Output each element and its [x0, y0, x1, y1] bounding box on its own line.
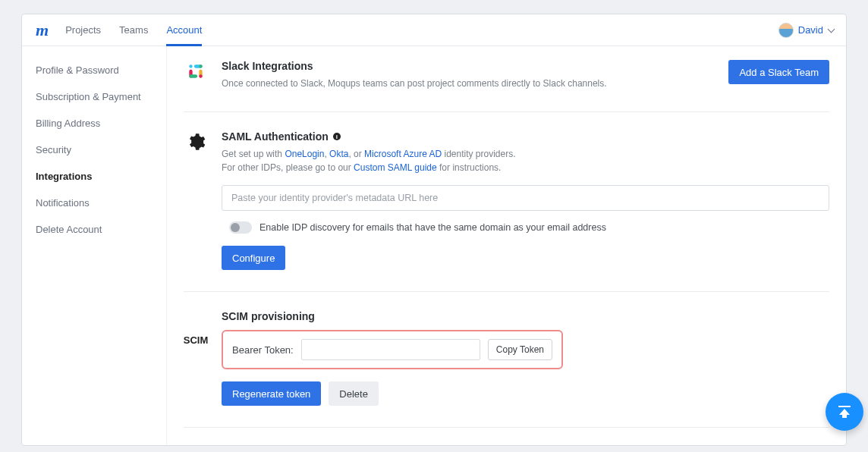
bearer-token-box: Bearer Token: Copy Token: [222, 330, 563, 369]
nav-tabs: Projects Teams Account: [65, 14, 202, 46]
help-fab[interactable]: [826, 393, 863, 431]
regenerate-token-button[interactable]: Regenerate token: [222, 381, 321, 406]
avatar: [778, 23, 794, 38]
section-saml: SAML Authentication Get set up with OneL…: [184, 130, 829, 292]
app-window: m Projects Teams Account David Profile &…: [21, 14, 847, 446]
sidebar-item-integrations[interactable]: Integrations: [22, 163, 166, 190]
sidebar-item-notifications[interactable]: Notifications: [22, 190, 166, 216]
info-icon[interactable]: [333, 133, 341, 140]
section-scim: SCIM SCIM provisioning Bearer Token: Cop…: [184, 310, 829, 428]
svg-point-6: [199, 74, 202, 77]
svg-point-5: [199, 64, 202, 67]
configure-button[interactable]: Configure: [222, 246, 285, 270]
content-area[interactable]: Slack Integrations Once connected to Sla…: [166, 46, 846, 445]
saml-desc-line1: Get set up with OneLogin, Okta, or Micro…: [222, 147, 829, 161]
slack-desc: Once connected to Slack, Moqups teams ca…: [222, 77, 719, 90]
bearer-token-label: Bearer Token:: [232, 344, 294, 356]
add-slack-team-button[interactable]: Add a Slack Team: [728, 60, 829, 84]
onelogin-link[interactable]: OneLogin: [285, 149, 324, 159]
azure-link[interactable]: Microsoft Azure AD: [364, 149, 442, 159]
app-logo[interactable]: m: [33, 20, 52, 40]
tab-teams[interactable]: Teams: [119, 14, 148, 46]
slack-title: Slack Integrations: [222, 60, 719, 72]
sidebar-item-delete-account[interactable]: Delete Account: [22, 216, 166, 243]
sidebar-item-subscription[interactable]: Subscription & Payment: [22, 83, 166, 110]
svg-rect-3: [189, 74, 197, 77]
idp-discovery-label: Enable IDP discovery for emails that hav…: [259, 222, 606, 233]
saml-desc-line2: For other IDPs, please go to our Custom …: [222, 161, 829, 174]
settings-sidebar: Profile & Password Subscription & Paymen…: [22, 46, 166, 445]
sidebar-item-profile[interactable]: Profile & Password: [22, 57, 166, 83]
tab-account[interactable]: Account: [166, 14, 202, 46]
svg-rect-7: [838, 406, 851, 407]
idp-discovery-toggle-row: Enable IDP discovery for emails that hav…: [222, 221, 829, 234]
scroll-top-icon: [835, 403, 854, 421]
copy-token-button[interactable]: Copy Token: [488, 339, 552, 360]
bearer-token-input[interactable]: [301, 339, 480, 360]
slack-icon: [184, 60, 208, 90]
user-menu[interactable]: David: [778, 23, 835, 38]
sidebar-item-security[interactable]: Security: [22, 137, 166, 163]
scim-title: SCIM provisioning: [222, 310, 829, 322]
scim-icon: SCIM: [184, 310, 208, 406]
topbar: m Projects Teams Account David: [22, 14, 846, 46]
custom-saml-guide-link[interactable]: Custom SAML guide: [354, 162, 437, 173]
delete-token-button[interactable]: Delete: [329, 381, 379, 406]
saml-title: SAML Authentication: [222, 130, 829, 143]
tab-projects[interactable]: Projects: [65, 14, 101, 46]
idp-discovery-toggle[interactable]: [229, 221, 252, 234]
section-slack: Slack Integrations Once connected to Sla…: [184, 60, 829, 112]
main-area: Profile & Password Subscription & Paymen…: [22, 46, 846, 445]
saml-metadata-url-input[interactable]: [222, 185, 829, 211]
svg-point-4: [189, 64, 192, 67]
okta-link[interactable]: Okta: [329, 149, 348, 159]
user-name: David: [798, 24, 823, 36]
sidebar-item-billing[interactable]: Billing Address: [22, 110, 166, 137]
chevron-down-icon: [828, 27, 835, 34]
gear-icon: [184, 130, 208, 270]
